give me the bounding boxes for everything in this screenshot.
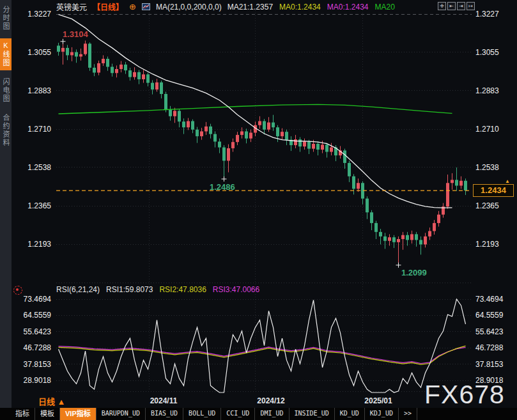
- toolbar-tab[interactable]: INSIDE_UD: [289, 408, 335, 420]
- candle-body: [294, 139, 297, 145]
- ma-values: MA21:1.2357MA0:1.2434MA0:1.2434MA20: [228, 3, 401, 12]
- candle-body: [383, 237, 387, 241]
- chart-canvas[interactable]: [0, 0, 517, 420]
- price-axis-label: 1.2193: [475, 240, 499, 249]
- candle-body: [70, 52, 73, 56]
- candle-body: [66, 48, 69, 55]
- sidebar-tab-contract-info[interactable]: 合约资料: [0, 111, 12, 150]
- price-axis-label: 1.2365: [15, 201, 51, 210]
- sidebar-tab-lightning-chart[interactable]: 闪电图: [0, 75, 12, 106]
- candle-body: [146, 74, 150, 82]
- toolbar-tab[interactable]: KDJ_UD: [365, 408, 399, 420]
- candle-body: [178, 111, 181, 121]
- candle-body: [285, 132, 288, 140]
- rsi-axis-label: 37.8153: [15, 360, 51, 369]
- price-axis-label: 1.2883: [15, 86, 51, 95]
- candle-body: [187, 121, 190, 127]
- candle-body: [455, 180, 458, 185]
- sidebar-tab-timeshare-chart[interactable]: 分时图: [0, 3, 12, 34]
- toolbar-tab[interactable]: BARUPDN_UD: [96, 408, 146, 420]
- candle-body: [93, 68, 96, 73]
- candle-body: [397, 239, 400, 242]
- compress-left-icon[interactable]: ⇤: [447, 2, 456, 10]
- candle-body: [263, 121, 266, 129]
- date-axis-label: 2025/01: [356, 396, 401, 405]
- price-axis-label: 1.3227: [15, 10, 51, 19]
- sidebar: 分时图 K线图 闪电图 合约资料: [0, 0, 12, 420]
- sidebar-tab-kline-chart[interactable]: K线图: [0, 38, 12, 70]
- candle-body: [419, 240, 422, 244]
- date-axis-label: 2024/11: [141, 396, 186, 405]
- candle-body: [325, 144, 328, 152]
- candle-body: [249, 133, 252, 139]
- compress-right-icon[interactable]: ⇥: [457, 2, 465, 10]
- rsi1-line: [59, 299, 466, 393]
- add-indicator-icon[interactable]: ⊕: [129, 2, 136, 12]
- price-axis-label: 1.2538: [475, 163, 499, 172]
- candle-body: [204, 127, 208, 132]
- rsi-value-label: RSI3:47.0066: [213, 285, 259, 294]
- crosshair-icon[interactable]: ✛: [438, 2, 446, 10]
- candle-body: [374, 223, 378, 232]
- candle-body: [200, 131, 203, 136]
- candle-body: [164, 94, 167, 109]
- rsi-axis-label: 64.5559: [475, 311, 503, 320]
- candle-body: [209, 127, 212, 134]
- toolbar-tab[interactable]: DMI_UD: [255, 408, 289, 420]
- toolbar-tab[interactable]: BOLL_UD: [183, 408, 221, 420]
- candle-body: [330, 148, 333, 152]
- rsi-value-label: RSI1:59.8073: [106, 285, 153, 294]
- ma-formula: MA(21,0,0,200,0,0): [156, 3, 222, 12]
- toolbar-tab[interactable]: KD_UD: [335, 408, 365, 420]
- candle-body: [124, 65, 127, 70]
- candle-body: [75, 52, 78, 57]
- price-arrow-icon: ▲: [505, 178, 510, 184]
- extreme-price-label: 1.3104: [63, 29, 88, 39]
- toolbar-tab[interactable]: 模板: [35, 408, 60, 420]
- candle-body: [151, 83, 154, 89]
- candle-body: [406, 235, 409, 240]
- candle-body: [366, 199, 369, 213]
- candle-body: [428, 231, 431, 236]
- candle-body: [61, 48, 65, 52]
- period-label: 【日线】: [93, 1, 123, 12]
- ma-value-label: MA21:1.2357: [228, 3, 273, 12]
- candle-body: [79, 54, 82, 57]
- candle-body: [128, 70, 132, 77]
- toolbar-tab[interactable]: VIP指标: [60, 408, 96, 420]
- indicator-toolbar: 指标模板VIP指标BARUPDN_UDBIAS_UDBOLL_UDCCI_UDD…: [0, 408, 517, 420]
- pan-right-icon[interactable]: ↦: [467, 2, 475, 10]
- candle-body: [57, 45, 60, 51]
- candle-body: [370, 212, 373, 223]
- toolbar-tab[interactable]: BIAS_UD: [146, 408, 183, 420]
- candle-body: [379, 232, 382, 237]
- candle-body: [281, 132, 284, 136]
- rsi-marker-icon[interactable]: [13, 286, 22, 295]
- candle-body: [231, 142, 235, 148]
- toolbar-tab[interactable]: >>: [399, 408, 417, 420]
- candle-body: [352, 176, 355, 189]
- candle-body: [357, 183, 360, 189]
- price-axis-label: 1.3227: [475, 10, 499, 19]
- candle-body: [222, 148, 226, 161]
- candle-body: [321, 144, 324, 150]
- toolbar-tab[interactable]: CCI_UD: [221, 408, 255, 420]
- rsi-axis-label: 28.9018: [15, 376, 51, 385]
- chart-type-icon[interactable]: [142, 3, 150, 10]
- rsi-axis-label: 46.7288: [15, 343, 51, 352]
- candle-body: [276, 127, 279, 136]
- candle-body: [142, 74, 145, 79]
- candle-body: [464, 181, 467, 191]
- price-axis-label: 1.2710: [475, 125, 499, 134]
- rsi-axis-label: 55.6423: [475, 327, 503, 336]
- candle-body: [111, 67, 114, 74]
- current-price-tag: 1.2434: [473, 184, 514, 197]
- candle-body: [106, 59, 109, 67]
- price-axis-label: 1.2365: [475, 201, 499, 210]
- candle-body: [155, 82, 158, 89]
- candle-body: [272, 123, 275, 128]
- toolbar-tab[interactable]: 指标: [10, 408, 35, 420]
- period-selector[interactable]: 日线 ▲: [38, 395, 65, 407]
- price-axis-label: 1.2193: [15, 240, 51, 249]
- candle-body: [115, 69, 118, 73]
